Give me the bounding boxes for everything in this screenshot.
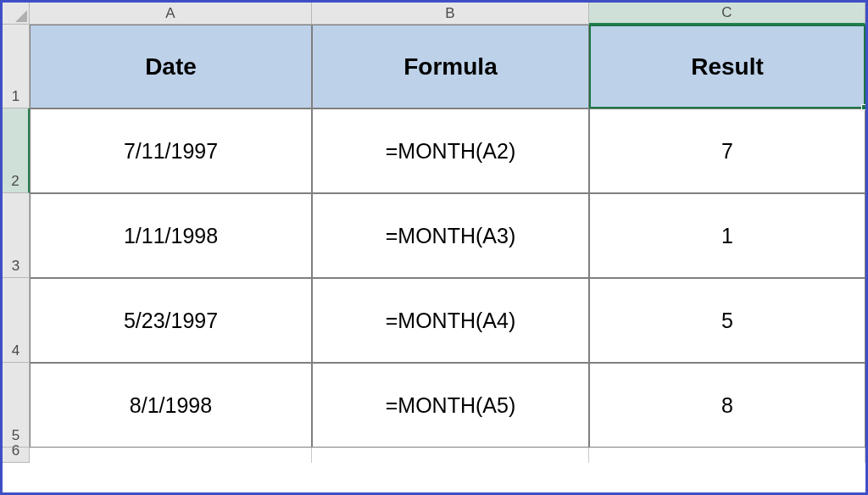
row-header-6[interactable]: 6 (3, 448, 30, 463)
cell-b2[interactable]: =MONTH(A2) (312, 108, 589, 193)
cell-c6[interactable] (589, 448, 865, 463)
cell-c4[interactable]: 5 (589, 278, 865, 363)
row-header-2[interactable]: 2 (3, 108, 30, 193)
col-header-a[interactable]: A (30, 3, 312, 25)
cell-a2[interactable]: 7/11/1997 (30, 108, 312, 193)
cell-c3[interactable]: 1 (589, 193, 865, 278)
cell-a3[interactable]: 1/11/1998 (30, 193, 312, 278)
select-all-corner[interactable] (3, 3, 30, 25)
cell-b4[interactable]: =MONTH(A4) (312, 278, 589, 363)
header-cell-date[interactable]: Date (30, 25, 312, 108)
col-header-c[interactable]: C (589, 3, 865, 25)
cell-a6[interactable] (30, 448, 312, 463)
header-cell-formula[interactable]: Formula (312, 25, 589, 108)
row-header-5[interactable]: 5 (3, 363, 30, 448)
spreadsheet-grid[interactable]: A B C 1 Date Formula Result 2 7/11/1997 … (3, 3, 865, 463)
col-header-b[interactable]: B (312, 3, 589, 25)
cell-a4[interactable]: 5/23/1997 (30, 278, 312, 363)
row-header-4[interactable]: 4 (3, 278, 30, 363)
cell-c2[interactable]: 7 (589, 108, 865, 193)
cell-b3[interactable]: =MONTH(A3) (312, 193, 589, 278)
cell-b5[interactable]: =MONTH(A5) (312, 363, 589, 448)
row-header-1[interactable]: 1 (3, 25, 30, 108)
cell-c5[interactable]: 8 (589, 363, 865, 448)
cell-a5[interactable]: 8/1/1998 (30, 363, 312, 448)
header-cell-result[interactable]: Result (589, 25, 865, 108)
row-header-3[interactable]: 3 (3, 193, 30, 278)
cell-b6[interactable] (312, 448, 589, 463)
